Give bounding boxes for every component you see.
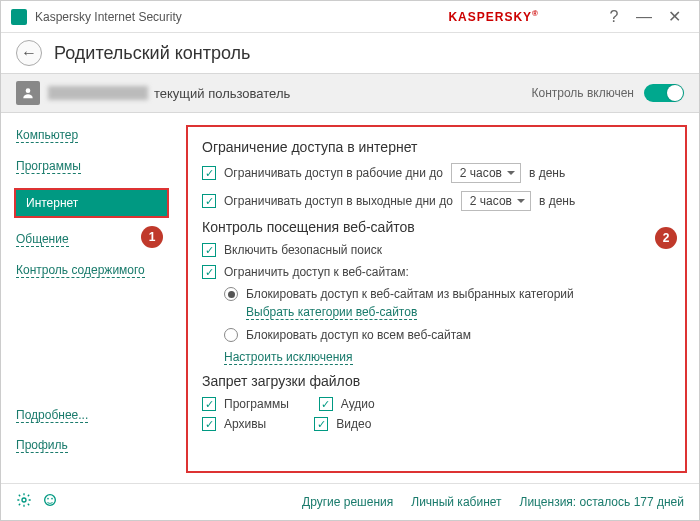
dropdown-weekends-hours[interactable]: 2 часов bbox=[461, 191, 531, 211]
checkbox-dl-programs[interactable] bbox=[202, 397, 216, 411]
label-dl-video: Видео bbox=[336, 417, 371, 431]
checkbox-dl-audio[interactable] bbox=[319, 397, 333, 411]
label-per-day: в день bbox=[529, 166, 565, 180]
app-icon bbox=[11, 9, 27, 25]
help-icon[interactable]: ? bbox=[599, 7, 629, 27]
svg-point-0 bbox=[26, 88, 31, 93]
app-name: Kaspersky Internet Security bbox=[35, 10, 448, 24]
back-button[interactable]: ← bbox=[16, 40, 42, 66]
checkbox-dl-archives[interactable] bbox=[202, 417, 216, 431]
link-exceptions[interactable]: Настроить исключения bbox=[224, 350, 353, 365]
header: ← Родительский контроль bbox=[1, 33, 699, 73]
section-title-websites: Контроль посещения веб-сайтов bbox=[202, 219, 671, 235]
annotation-badge-2: 2 bbox=[655, 227, 677, 249]
label-dl-archives: Архивы bbox=[224, 417, 266, 431]
checkbox-dl-video[interactable] bbox=[314, 417, 328, 431]
svg-point-1 bbox=[22, 498, 26, 502]
svg-point-3 bbox=[47, 498, 49, 500]
support-icon[interactable] bbox=[42, 492, 58, 511]
highlighted-settings-panel: 2 Ограничение доступа в интернет Огранич… bbox=[186, 125, 687, 473]
checkbox-weekends[interactable] bbox=[202, 194, 216, 208]
radio-block-categories[interactable] bbox=[224, 287, 238, 301]
checkbox-workdays[interactable] bbox=[202, 166, 216, 180]
sidebar-item-computer[interactable]: Компьютер bbox=[16, 128, 78, 143]
footer-cabinet-link[interactable]: Личный кабинет bbox=[411, 495, 501, 509]
current-user-label: текущий пользователь bbox=[154, 86, 531, 101]
label-dl-audio: Аудио bbox=[341, 397, 375, 411]
user-bar: текущий пользователь Контроль включен bbox=[1, 73, 699, 113]
dropdown-workdays-hours[interactable]: 2 часов bbox=[451, 163, 521, 183]
link-choose-categories[interactable]: Выбрать категории веб-сайтов bbox=[246, 305, 417, 320]
footer: Другие решения Личный кабинет Лицензия: … bbox=[1, 483, 699, 519]
footer-other-link[interactable]: Другие решения bbox=[302, 495, 393, 509]
section-title-internet-limit: Ограничение доступа в интернет bbox=[202, 139, 671, 155]
sidebar-item-content[interactable]: Контроль содержимого bbox=[16, 263, 145, 278]
sidebar-item-internet[interactable]: Интернет bbox=[14, 188, 169, 218]
avatar-icon bbox=[16, 81, 40, 105]
sidebar-profile-link[interactable]: Профиль bbox=[16, 438, 68, 453]
section-title-downloads: Запрет загрузки файлов bbox=[202, 373, 671, 389]
sidebar-item-programs[interactable]: Программы bbox=[16, 159, 81, 174]
sidebar: Компьютер Программы Интернет Общение Кон… bbox=[1, 113, 176, 483]
minimize-icon[interactable]: — bbox=[629, 7, 659, 27]
titlebar: Kaspersky Internet Security KASPERSKY® ?… bbox=[1, 1, 699, 33]
label-restrict-sites: Ограничить доступ к веб-сайтам: bbox=[224, 265, 409, 279]
username-blurred bbox=[48, 86, 148, 100]
label-weekends: Ограничивать доступ в выходные дни до bbox=[224, 194, 453, 208]
control-toggle[interactable] bbox=[644, 84, 684, 102]
sidebar-more-link[interactable]: Подробнее... bbox=[16, 408, 88, 423]
radio-block-all[interactable] bbox=[224, 328, 238, 342]
label-workdays: Ограничивать доступ в рабочие дни до bbox=[224, 166, 443, 180]
gear-icon[interactable] bbox=[16, 492, 32, 511]
checkbox-safe-search[interactable] bbox=[202, 243, 216, 257]
footer-license-link[interactable]: Лицензия: осталось 177 дней bbox=[520, 495, 684, 509]
label-block-all: Блокировать доступ ко всем веб-сайтам bbox=[246, 328, 471, 342]
brand-logo: KASPERSKY® bbox=[448, 9, 539, 24]
annotation-badge-1: 1 bbox=[141, 226, 163, 248]
close-icon[interactable]: ✕ bbox=[659, 7, 689, 27]
label-dl-programs: Программы bbox=[224, 397, 289, 411]
main-content: 2 Ограничение доступа в интернет Огранич… bbox=[176, 113, 699, 483]
page-title: Родительский контроль bbox=[54, 43, 251, 64]
label-block-categories: Блокировать доступ к веб-сайтам из выбра… bbox=[246, 287, 574, 301]
svg-point-4 bbox=[51, 498, 53, 500]
label-safe-search: Включить безопасный поиск bbox=[224, 243, 382, 257]
control-enabled-label: Контроль включен bbox=[531, 86, 634, 100]
checkbox-restrict-sites[interactable] bbox=[202, 265, 216, 279]
sidebar-item-communication[interactable]: Общение bbox=[16, 232, 69, 247]
label-per-day-2: в день bbox=[539, 194, 575, 208]
